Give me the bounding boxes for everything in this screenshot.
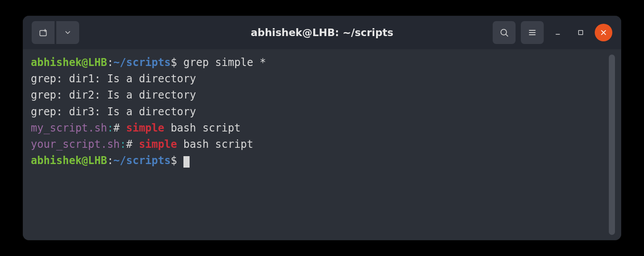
new-tab-icon [38, 28, 48, 37]
prompt-user: abhishek [31, 154, 82, 167]
match-highlight: simple [126, 122, 165, 134]
svg-line-2 [506, 34, 508, 37]
menu-button[interactable] [521, 21, 544, 44]
match-after: bash script [164, 122, 240, 134]
minimize-button[interactable] [549, 24, 567, 41]
chevron-down-icon [64, 29, 72, 37]
prompt-at: @ [82, 154, 88, 167]
output-line: grep: dir1: Is a directory [31, 73, 196, 85]
prompt-host: LHB [88, 56, 107, 69]
new-tab-button[interactable] [32, 21, 55, 44]
close-button[interactable] [595, 24, 612, 41]
match-before: # [113, 122, 126, 134]
hamburger-icon [528, 28, 537, 37]
match-filename: your_script.sh [31, 138, 120, 150]
command-text [177, 56, 183, 69]
prompt-colon: : [107, 154, 113, 167]
svg-rect-7 [578, 30, 582, 34]
prompt-path: ~/scripts [113, 154, 171, 167]
prompt-user: abhishek [31, 56, 82, 69]
search-icon [499, 28, 509, 37]
match-before: # [126, 138, 139, 150]
close-icon [600, 29, 607, 36]
prompt-symbol: $ [171, 56, 177, 69]
search-button[interactable] [493, 21, 516, 44]
prompt-host: LHB [88, 154, 107, 167]
terminal-body[interactable]: abhishek@LHB:~/scripts$ grep simple * gr… [23, 49, 621, 240]
match-after: bash script [177, 138, 253, 150]
match-highlight: simple [139, 138, 177, 150]
terminal-window: abhishek@LHB: ~/scripts [23, 16, 621, 240]
output-line: grep: dir2: Is a directory [31, 89, 196, 101]
terminal-output: abhishek@LHB:~/scripts$ grep simple * gr… [31, 55, 606, 235]
match-separator: : [107, 122, 113, 134]
minimize-icon [554, 29, 561, 36]
match-filename: my_script.sh [31, 122, 107, 134]
cursor [183, 156, 190, 168]
prompt-at: @ [82, 56, 88, 69]
command: grep simple * [183, 56, 266, 69]
titlebar: abhishek@LHB: ~/scripts [23, 16, 621, 49]
scrollbar[interactable] [609, 55, 615, 235]
output-line: grep: dir3: Is a directory [31, 106, 196, 118]
prompt-symbol: $ [171, 154, 177, 167]
titlebar-right-group [493, 21, 612, 44]
tab-dropdown-button[interactable] [56, 21, 79, 44]
maximize-button[interactable] [572, 24, 589, 41]
titlebar-left-group [32, 21, 79, 44]
prompt-colon: : [107, 56, 113, 69]
match-separator: : [120, 138, 126, 150]
maximize-icon [578, 29, 584, 36]
prompt-path: ~/scripts [113, 56, 171, 69]
